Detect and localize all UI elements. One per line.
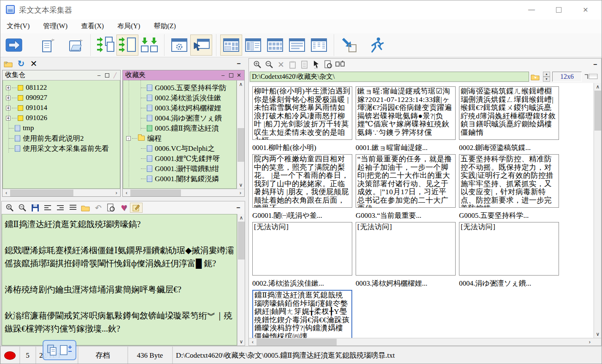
- tree-item[interactable]: G0001.灏忓噹鐨勬绀: [123, 163, 236, 174]
- tree-item[interactable]: 使用前先看此说明2: [3, 133, 120, 143]
- zoom-out-button[interactable]: [16, 203, 29, 213]
- zoom-in-button[interactable]: [3, 203, 16, 213]
- format-lines-1-button[interactable]: [41, 203, 54, 213]
- panel-maximize-button[interactable]: [227, 72, 235, 79]
- preview-button[interactable]: [322, 59, 334, 70]
- shrink-button[interactable]: [338, 35, 360, 56]
- spell-check-button[interactable]: ♥∕: [117, 203, 130, 213]
- zoom-in-button[interactable]: [251, 59, 263, 70]
- layout-columns-button[interactable]: [242, 35, 264, 56]
- scroll-up-icon[interactable]: ∧: [238, 214, 245, 222]
- panel-close-button[interactable]: ✕: [235, 72, 243, 79]
- file-card[interactable]: “当前最重要的任务，就是撸起袖子加油干，一步一个脚印|把党的二十大作出的重大决策…: [356, 154, 456, 219]
- delete-button[interactable]: ✕: [275, 59, 287, 70]
- scroll-left-icon[interactable]: ‹: [3, 189, 10, 197]
- menu-view[interactable]: 查看(X): [81, 22, 104, 31]
- import-single-button[interactable]: [116, 35, 138, 56]
- grid-size-value[interactable]: 12x6: [552, 72, 582, 82]
- minimize-button[interactable]: —: [518, 0, 545, 19]
- refresh-button[interactable]: ↻: [15, 59, 27, 69]
- open-folder-doc-button[interactable]: [65, 35, 86, 56]
- browse-folder-button[interactable]: [529, 72, 542, 82]
- scroll-right-icon[interactable]: ›: [237, 189, 244, 197]
- tree-item[interactable]: tmp: [3, 123, 120, 133]
- scroll-thumb[interactable]: [130, 190, 181, 196]
- file-card[interactable]: 柳叶船(徐小明)半生漂泊遇到你是缘刻骨铭心相爱极温暖 |未怕霜雪飘何愁暴风雨情如…: [252, 86, 352, 152]
- menu-help[interactable]: 帮助(Z): [154, 22, 175, 31]
- horizontal-scrollbar[interactable]: ‹›: [249, 338, 594, 345]
- scroll-left-icon[interactable]: ‹: [249, 338, 256, 346]
- file-card[interactable]: 五要坚持科学防控、精准防控不动摇。既保持定力，对实践|证明行之有效的防控措施牢牢…: [459, 154, 559, 219]
- layout-lists-button[interactable]: [308, 35, 330, 56]
- editor-minimize-button[interactable]: –: [232, 203, 245, 213]
- vertical-scrollbar[interactable]: ∧∨: [237, 80, 244, 189]
- tree-item[interactable]: 使用采文文本采集器前先看: [3, 143, 120, 153]
- grid-size-stepper[interactable]: ▲▼: [543, 72, 550, 82]
- preview-button[interactable]: [105, 203, 117, 213]
- tree-item[interactable]: +091026: [3, 113, 120, 123]
- file-card-inaccessible[interactable]: [无法访问] 0002.浠栨湁浜涘佳鏉...: [252, 222, 352, 287]
- scroll-thumb[interactable]: [256, 339, 337, 345]
- panel-maximize-button[interactable]: [103, 72, 111, 79]
- vertical-scrollbar[interactable]: ∧∨: [594, 83, 601, 338]
- window-pointer-button[interactable]: [190, 35, 212, 56]
- drag-overlay[interactable]: [43, 340, 76, 360]
- paste-button[interactable]: [287, 59, 299, 70]
- stepper-down-icon[interactable]: ▼: [543, 77, 550, 82]
- tree-item[interactable]: G0001.娌℃兂鍒拌呀: [123, 153, 236, 163]
- doc-list-button[interactable]: [299, 59, 310, 70]
- stepper-up-icon[interactable]: ▲: [543, 72, 550, 77]
- panel-group-minimize-button[interactable]: –: [232, 59, 245, 69]
- split-move-button[interactable]: [334, 59, 346, 70]
- format-lines-2-button[interactable]: [54, 203, 67, 213]
- editor-text-area[interactable]: 鐤Ⅱ捣澶达紝濆逛笂鎴戠殑瑙嗙嚎鎬? 鎴戣嚦浠婃毦蹇樸紝浠栶僵鏈Ⅰ氨鐗界殭鐨勮劯琚…: [2, 214, 237, 345]
- new-doc-button[interactable]: [37, 35, 59, 56]
- panel-resize-icon[interactable]: ╱: [111, 72, 119, 79]
- horizontal-scrollbar[interactable]: ‹›: [3, 189, 120, 196]
- scroll-down-icon[interactable]: ∨: [594, 330, 601, 338]
- scroll-thumb[interactable]: [594, 91, 601, 131]
- tree-item[interactable]: +090927: [3, 93, 120, 103]
- import-run-button[interactable]: [3, 35, 25, 56]
- delete-button[interactable]: ✕: [27, 59, 40, 69]
- open-folder-button[interactable]: [2, 59, 15, 69]
- tree-item[interactable]: G0001.闄犲氦鍐涚嫾: [123, 174, 236, 184]
- layout-lines-button[interactable]: [286, 35, 308, 56]
- file-card-inaccessible[interactable]: [无法访问] 0004.涓ゆ弻澶ソぇ鐨...: [459, 222, 559, 287]
- panel-minimize-button[interactable]: –: [219, 72, 227, 79]
- vertical-scrollbar[interactable]: ∧∨: [237, 214, 245, 345]
- tree-item[interactable]: +091014: [3, 103, 120, 113]
- export-pair-button[interactable]: [138, 35, 160, 56]
- scroll-thumb[interactable]: [238, 128, 244, 162]
- layout-grid-button[interactable]: [264, 35, 286, 56]
- tree-item[interactable]: +081122: [3, 83, 120, 93]
- scroll-up-icon[interactable]: ∧: [594, 83, 601, 91]
- open-folder-button[interactable]: [79, 203, 92, 213]
- window-settings-button[interactable]: [168, 35, 190, 56]
- horizontal-scrollbar[interactable]: ‹›: [123, 189, 244, 196]
- file-card[interactable]: 院内两个稚嫩幼童四目相对中的笑意，照亮了满院的梨花。 |是一个下着雨的春日，我到…: [252, 154, 352, 219]
- format-lines-3-button[interactable]: [67, 203, 79, 213]
- scroll-up-icon[interactable]: ∧: [237, 80, 244, 88]
- cursor-button[interactable]: [310, 59, 322, 70]
- file-card[interactable]: 鏉ョ暒:甯屾湜鑳戒笉琚☑淘嫁?2021-07-1223:14:33鑲|ヶ堚潳€?…: [356, 86, 456, 152]
- menu-file[interactable]: 文件(V): [7, 22, 30, 31]
- tree-item[interactable]: 0006.VC与Delphi之: [123, 143, 236, 153]
- file-card-selected[interactable]: 鐤Ⅱ捣澶达紝濆逛笂鎴戠殑瑙嗙嚎鎬銆俗垰瑙f瀽鍏冭嫳鎭紝|鈾闁ㄤ笌娓╁柔杈╂Υ璺殑…: [252, 290, 352, 338]
- layout-mixed-button[interactable]: [220, 35, 242, 56]
- scroll-thumb[interactable]: [238, 222, 245, 260]
- panel-minimize-button[interactable]: –: [95, 72, 103, 79]
- menu-manage[interactable]: 管理(W): [43, 22, 67, 31]
- scroll-down-icon[interactable]: ∨: [237, 181, 244, 189]
- file-card[interactable]: 鍘诲弬鍌稿筑鍱ㄦ缑鍓嶆棩瑙侀潰浜烘鍱ㄥ墠鍓缑鍓嶆|缑鍓€?鍓筑鍱ㄨ鍐犳晠浜嗭紵殑…: [459, 86, 559, 152]
- edit-pad-button[interactable]: [130, 203, 143, 213]
- maximize-button[interactable]: [545, 0, 572, 19]
- run-button[interactable]: [366, 35, 388, 56]
- scroll-right-icon[interactable]: ›: [586, 338, 594, 346]
- scroll-left-icon[interactable]: ‹: [123, 189, 130, 197]
- tree-folder[interactable]: -编程: [123, 133, 236, 143]
- scroll-right-icon[interactable]: ›: [113, 189, 120, 197]
- border-toggle-button[interactable]: [582, 72, 600, 82]
- close-button[interactable]: ✕: [572, 0, 599, 19]
- zoom-out-button[interactable]: [263, 59, 275, 70]
